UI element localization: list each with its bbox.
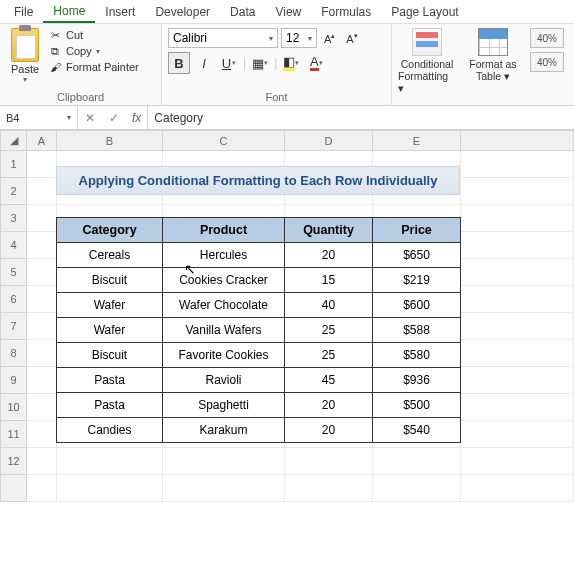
select-all-corner[interactable]: ◢: [1, 131, 27, 151]
data-table: Category Product Quantity Price CerealsH…: [56, 217, 461, 443]
header-category[interactable]: Category: [57, 218, 163, 243]
header-product[interactable]: Product: [163, 218, 285, 243]
menu-bar: File Home Insert Developer Data View For…: [0, 0, 574, 24]
group-font: Calibri▾ 12▾ A▴ A▾ B I U▾ | ▦▾ | ◧▾ A▾ F…: [162, 24, 392, 105]
conditional-formatting-icon: [412, 28, 442, 56]
row-header[interactable]: 2: [1, 178, 27, 205]
table-row[interactable]: WaferWafer Chocolate40$600: [57, 293, 461, 318]
scissors-icon: ✂: [48, 28, 62, 42]
menu-file[interactable]: File: [4, 2, 43, 22]
chevron-down-icon: ▾: [264, 59, 268, 67]
brush-icon: 🖌: [48, 60, 62, 74]
menu-formulas[interactable]: Formulas: [311, 2, 381, 22]
copy-button[interactable]: ⧉Copy ▾: [48, 44, 139, 58]
table-row[interactable]: PastaRavioli45$936: [57, 368, 461, 393]
header-price[interactable]: Price: [373, 218, 461, 243]
row-header[interactable]: 7: [1, 313, 27, 340]
col-header-A[interactable]: A: [27, 131, 57, 151]
name-box[interactable]: B4▾: [0, 106, 78, 129]
table-row[interactable]: CerealsHercules20$650: [57, 243, 461, 268]
menu-home[interactable]: Home: [43, 1, 95, 23]
table-icon: [478, 28, 508, 56]
col-header-D[interactable]: D: [285, 131, 373, 151]
group-clipboard: Paste ▾ ✂Cut ⧉Copy ▾ 🖌Format Painter Cli…: [0, 24, 162, 105]
chevron-down-icon: ▾: [23, 75, 27, 84]
chevron-down-icon: ▾: [319, 59, 323, 67]
format-painter-button[interactable]: 🖌Format Painter: [48, 60, 139, 74]
fill-color-button[interactable]: ◧▾: [280, 52, 302, 74]
menu-page-layout[interactable]: Page Layout: [381, 2, 468, 22]
increase-font-button[interactable]: A▴: [320, 30, 339, 47]
group-label-clipboard: Clipboard: [6, 90, 155, 104]
spreadsheet-grid[interactable]: ◢ A B C D E 1 2 3 4 5 6 7 8 9 10 11 12 A…: [0, 130, 574, 502]
row-header[interactable]: 3: [1, 205, 27, 232]
row-header[interactable]: 10: [1, 394, 27, 421]
menu-insert[interactable]: Insert: [95, 2, 145, 22]
clipboard-icon: [11, 28, 39, 62]
row-header[interactable]: [1, 475, 27, 502]
sheet-title: Applying Conditional Formatting to Each …: [56, 166, 460, 195]
table-row[interactable]: BiscuitCookies Cracker15$219: [57, 268, 461, 293]
menu-view[interactable]: View: [265, 2, 311, 22]
col-header-B[interactable]: B: [57, 131, 163, 151]
underline-button[interactable]: U▾: [218, 52, 240, 74]
chevron-down-icon: ▾: [308, 34, 312, 43]
font-name-select[interactable]: Calibri▾: [168, 28, 278, 48]
copy-icon: ⧉: [48, 44, 62, 58]
table-row[interactable]: WaferVanilla Wafers25$588: [57, 318, 461, 343]
fx-icon[interactable]: fx: [126, 111, 147, 125]
row-header[interactable]: 12: [1, 448, 27, 475]
cell-style-2[interactable]: 40%: [530, 52, 564, 72]
decrease-font-button[interactable]: A▾: [342, 30, 361, 47]
bold-button[interactable]: B: [168, 52, 190, 74]
cut-button[interactable]: ✂Cut: [48, 28, 139, 42]
menu-developer[interactable]: Developer: [145, 2, 220, 22]
format-as-table-button[interactable]: Format asTable ▾: [464, 28, 522, 82]
row-header[interactable]: 9: [1, 367, 27, 394]
cell-style-1[interactable]: 40%: [530, 28, 564, 48]
menu-data[interactable]: Data: [220, 2, 265, 22]
row-header[interactable]: 8: [1, 340, 27, 367]
conditional-formatting-button[interactable]: ConditionalFormatting ▾: [398, 28, 456, 94]
table-row[interactable]: BiscuitFavorite Cookies25$580: [57, 343, 461, 368]
header-quantity[interactable]: Quantity: [285, 218, 373, 243]
cancel-formula-button[interactable]: ✕: [78, 111, 102, 125]
paste-button[interactable]: Paste ▾: [6, 26, 44, 90]
row-header[interactable]: 1: [1, 151, 27, 178]
table-row[interactable]: CandiesKarakum20$540: [57, 418, 461, 443]
col-header-E[interactable]: E: [373, 131, 461, 151]
formula-bar: B4▾ ✕ ✓ fx Category: [0, 106, 574, 130]
formula-input[interactable]: Category: [148, 106, 574, 129]
font-color-button[interactable]: A▾: [305, 52, 327, 74]
font-size-select[interactable]: 12▾: [281, 28, 317, 48]
group-styles: ConditionalFormatting ▾ Format asTable ▾…: [392, 24, 574, 105]
chevron-down-icon: ▾: [295, 59, 299, 67]
chevron-down-icon: ▾: [269, 34, 273, 43]
table-row[interactable]: PastaSpaghetti20$500: [57, 393, 461, 418]
paste-label: Paste: [11, 63, 39, 75]
italic-button[interactable]: I: [193, 52, 215, 74]
chevron-down-icon: ▾: [232, 59, 236, 67]
chevron-down-icon: ▾: [67, 113, 71, 122]
group-label-font: Font: [168, 90, 385, 104]
col-header-C[interactable]: C: [163, 131, 285, 151]
ribbon: Paste ▾ ✂Cut ⧉Copy ▾ 🖌Format Painter Cli…: [0, 24, 574, 106]
accept-formula-button[interactable]: ✓: [102, 111, 126, 125]
row-header[interactable]: 6: [1, 286, 27, 313]
row-header[interactable]: 4: [1, 232, 27, 259]
row-header[interactable]: 5: [1, 259, 27, 286]
chevron-down-icon: ▾: [96, 47, 100, 56]
border-button[interactable]: ▦▾: [249, 52, 271, 74]
row-header[interactable]: 11: [1, 421, 27, 448]
